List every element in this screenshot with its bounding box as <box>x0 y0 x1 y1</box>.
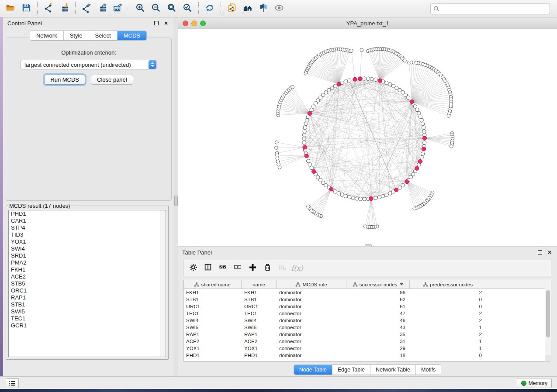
satellite-node[interactable] <box>276 154 279 157</box>
network-node[interactable] <box>305 118 309 122</box>
network-node[interactable] <box>310 108 313 111</box>
network-node[interactable] <box>316 175 320 179</box>
clone-network-button[interactable] <box>224 2 240 16</box>
column-header-MCDS-role[interactable]: MCDS role <box>277 280 346 289</box>
network-node[interactable] <box>363 77 366 80</box>
column-header-successor-nodes[interactable]: successor nodes <box>346 280 410 289</box>
hub-node[interactable] <box>422 136 426 140</box>
satellite-node[interactable] <box>291 86 294 89</box>
network-node[interactable] <box>314 102 317 105</box>
network-node[interactable] <box>370 77 374 81</box>
network-node[interactable] <box>302 137 306 141</box>
network-node[interactable] <box>359 197 362 201</box>
mcds-result-item[interactable]: PHD1 <box>9 210 166 217</box>
tab-mcds[interactable]: MCDS <box>118 31 146 40</box>
zoom-in-button[interactable] <box>132 2 148 16</box>
mcds-result-item[interactable]: PMA2 <box>9 259 166 266</box>
split-columns-button[interactable] <box>202 262 214 274</box>
satellite-node[interactable] <box>307 205 310 208</box>
network-node[interactable] <box>318 178 322 182</box>
network-node[interactable] <box>327 88 331 92</box>
vertical-splitter[interactable] <box>173 17 178 376</box>
memory-button[interactable]: Memory <box>517 378 552 388</box>
show-panels-button[interactable] <box>6 378 19 388</box>
mcds-result-item[interactable]: YOX1 <box>9 238 166 245</box>
table-row[interactable]: FKH1FKH1dominator962 <box>183 289 551 296</box>
search-input[interactable] <box>441 4 550 13</box>
table-scrollbar[interactable] <box>545 289 551 361</box>
mcds-result-item[interactable]: SWI4 <box>9 245 166 252</box>
export-image-button[interactable] <box>110 2 126 16</box>
network-node[interactable] <box>407 96 410 99</box>
network-node[interactable] <box>423 141 426 144</box>
network-node[interactable] <box>321 93 325 96</box>
network-node[interactable] <box>420 118 423 122</box>
hub-node[interactable] <box>312 169 316 173</box>
hub-node[interactable] <box>405 180 409 184</box>
network-node[interactable] <box>316 99 320 102</box>
select-all-rows-button[interactable] <box>217 262 229 274</box>
table-row[interactable]: TEC1TEC1connector472 <box>183 310 551 317</box>
satellite-node[interactable] <box>363 225 367 228</box>
hub-node[interactable] <box>369 197 373 201</box>
network-node[interactable] <box>374 78 377 81</box>
network-node[interactable] <box>310 166 313 169</box>
deselect-all-rows-button[interactable] <box>232 262 244 274</box>
mcds-result-item[interactable]: FKH1 <box>9 266 166 273</box>
tab-edge-table[interactable]: Edge Table <box>332 365 370 375</box>
network-node[interactable] <box>421 122 425 126</box>
float-panel-icon[interactable] <box>537 249 543 255</box>
network-node[interactable] <box>351 196 355 200</box>
delete-column-button[interactable] <box>261 262 273 274</box>
network-node[interactable] <box>422 130 426 133</box>
criterion-dropdown[interactable]: largest connected component (undirected) <box>21 60 157 69</box>
network-node[interactable] <box>333 84 337 88</box>
network-node[interactable] <box>303 126 307 129</box>
network-node[interactable] <box>307 159 310 163</box>
network-node[interactable] <box>385 193 388 196</box>
tab-node-table[interactable]: Node Table <box>294 365 332 375</box>
network-node[interactable] <box>344 80 347 83</box>
table-row[interactable]: PHD1PHD1dominator180 <box>183 352 551 359</box>
network-node[interactable] <box>417 111 421 115</box>
mcds-result-item[interactable]: CAR1 <box>9 217 166 224</box>
network-node[interactable] <box>348 79 351 82</box>
network-node[interactable] <box>355 197 359 200</box>
hub-node[interactable] <box>304 154 308 158</box>
save-session-button[interactable] <box>18 2 34 16</box>
satellite-node[interactable] <box>275 146 278 150</box>
toggle-visibility-button[interactable] <box>256 2 271 16</box>
hub-node[interactable] <box>418 159 422 163</box>
mcds-result-item[interactable]: TID3 <box>9 231 166 238</box>
column-header-predecessor-nodes[interactable]: predecessor nodes <box>410 280 486 289</box>
network-node[interactable] <box>395 86 398 89</box>
network-node[interactable] <box>412 172 415 176</box>
satellite-node[interactable] <box>403 59 407 62</box>
mcds-result-item[interactable]: TEC1 <box>9 315 166 322</box>
network-node[interactable] <box>422 126 426 129</box>
float-panel-icon[interactable] <box>153 20 159 26</box>
network-node[interactable] <box>381 194 385 198</box>
network-node[interactable] <box>377 196 381 199</box>
network-node[interactable] <box>388 83 392 86</box>
network-node[interactable] <box>388 192 392 195</box>
hub-node[interactable] <box>415 166 419 170</box>
first-neighbors-button[interactable] <box>240 2 256 16</box>
mcds-result-item[interactable]: STB1 <box>9 301 166 308</box>
mcds-result-item[interactable]: SRD1 <box>9 252 166 259</box>
hub-node[interactable] <box>329 187 333 191</box>
network-node[interactable] <box>333 190 337 193</box>
hub-node[interactable] <box>410 100 414 103</box>
hub-node[interactable] <box>337 82 341 86</box>
delete-table-button[interactable] <box>276 262 288 274</box>
table-settings-button[interactable] <box>187 262 199 274</box>
hub-node[interactable] <box>378 79 382 83</box>
splitter-handle[interactable] <box>174 196 178 206</box>
network-node[interactable] <box>303 130 306 133</box>
function-builder-button[interactable]: f(x) <box>291 262 303 274</box>
table-row[interactable]: ORC1ORC1dominator610 <box>183 303 551 310</box>
network-node[interactable] <box>304 122 308 126</box>
table-scrollbar-thumb[interactable] <box>546 290 550 337</box>
network-node[interactable] <box>420 156 423 159</box>
network-node[interactable] <box>421 152 425 155</box>
